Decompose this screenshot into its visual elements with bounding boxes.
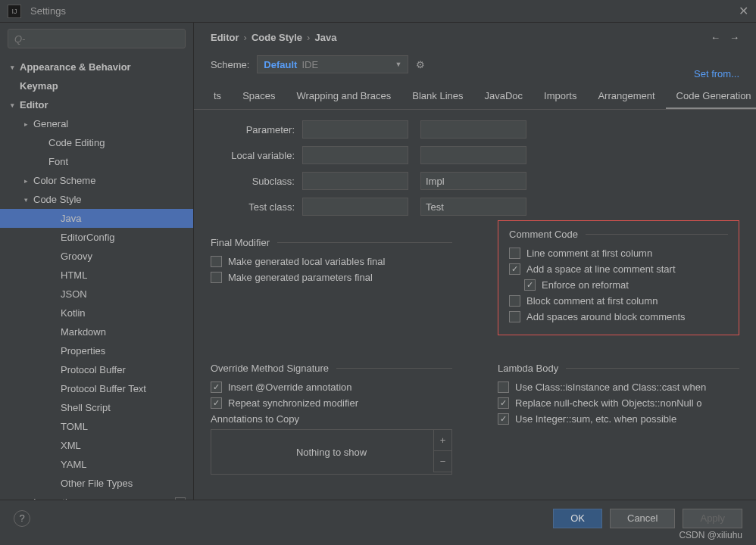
naming-row: Subclass: bbox=[211, 172, 739, 190]
sidebar-item-general[interactable]: ▸General bbox=[0, 114, 193, 133]
tab-blank-lines[interactable]: Blank Lines bbox=[401, 84, 473, 109]
naming-label: Subclass: bbox=[211, 176, 295, 187]
nav-forward-icon[interactable]: → bbox=[729, 32, 739, 43]
checkbox[interactable] bbox=[498, 413, 509, 425]
checkbox[interactable] bbox=[211, 397, 222, 409]
sidebar-item-properties[interactable]: Properties bbox=[0, 341, 193, 360]
sidebar-item-editor[interactable]: ▾Editor bbox=[0, 95, 193, 114]
sidebar-item-font[interactable]: Font bbox=[0, 152, 193, 171]
checkbox-label: Enforce on reformat bbox=[542, 279, 629, 291]
apply-button[interactable]: Apply bbox=[683, 509, 742, 528]
checkbox-label: Block comment at first column bbox=[526, 295, 658, 307]
sidebar-item-html[interactable]: HTML bbox=[0, 266, 193, 285]
sidebar-item-java[interactable]: Java bbox=[0, 209, 193, 228]
naming-row: Parameter: bbox=[211, 120, 739, 139]
search-box[interactable] bbox=[8, 29, 186, 48]
close-icon[interactable]: ✕ bbox=[739, 4, 748, 18]
sidebar-item-appearance-behavior[interactable]: ▾Appearance & Behavior bbox=[0, 58, 193, 76]
naming-label: Parameter: bbox=[211, 124, 295, 135]
naming-prefix-input[interactable] bbox=[302, 172, 408, 190]
checkbox-row: Use Class::isInstance and Class::cast wh… bbox=[498, 382, 739, 393]
tab-spaces[interactable]: Spaces bbox=[232, 84, 286, 109]
naming-suffix-input[interactable] bbox=[420, 198, 526, 216]
sidebar-item-shell-script[interactable]: Shell Script bbox=[0, 398, 193, 417]
remove-icon[interactable]: − bbox=[434, 451, 451, 472]
sidebar-item-xml[interactable]: XML bbox=[0, 436, 193, 455]
sidebar-item-protocol-buffer-text[interactable]: Protocol Buffer Text bbox=[0, 379, 193, 398]
sidebar-item-markdown[interactable]: Markdown bbox=[0, 322, 193, 341]
tree-arrow-icon: ▾ bbox=[11, 64, 20, 71]
tab-imports[interactable]: Imports bbox=[533, 84, 587, 109]
checkbox[interactable] bbox=[509, 248, 520, 259]
checkbox[interactable] bbox=[211, 382, 222, 393]
tab-ts[interactable]: ts bbox=[203, 84, 232, 109]
inline-settings-icon: ☰ bbox=[175, 497, 186, 500]
checkbox-row: Enforce on reformat bbox=[524, 279, 728, 291]
sidebar-item-code-style[interactable]: ▾Code Style bbox=[0, 190, 193, 209]
naming-suffix-input[interactable] bbox=[420, 172, 526, 190]
naming-prefix-input[interactable] bbox=[302, 198, 408, 216]
naming-prefix-input[interactable] bbox=[302, 120, 408, 139]
titlebar: IJ Settings ✕ bbox=[0, 0, 756, 23]
tab-code-generation[interactable]: Code Generation bbox=[666, 84, 756, 110]
checkbox[interactable] bbox=[524, 279, 536, 291]
checkbox[interactable] bbox=[211, 272, 222, 283]
breadcrumb-sep: › bbox=[244, 32, 247, 43]
checkbox[interactable] bbox=[211, 256, 222, 267]
checkbox-label: Insert @Override annotation bbox=[228, 382, 352, 393]
sidebar-item-editorconfig[interactable]: EditorConfig bbox=[0, 228, 193, 247]
naming-row: Test class: bbox=[211, 198, 739, 216]
checkbox-row: Insert @Override annotation bbox=[211, 382, 452, 393]
checkbox[interactable] bbox=[509, 263, 520, 275]
checkbox[interactable] bbox=[498, 382, 509, 393]
scheme-value: Default bbox=[264, 59, 297, 70]
ok-button[interactable]: OK bbox=[553, 509, 602, 528]
gear-icon[interactable]: ⚙ bbox=[416, 59, 425, 70]
sidebar-item-keymap[interactable]: Keymap bbox=[0, 76, 193, 95]
sidebar-item-color-scheme[interactable]: ▸Color Scheme bbox=[0, 171, 193, 190]
tab-javadoc[interactable]: JavaDoc bbox=[474, 84, 534, 109]
breadcrumb-item[interactable]: Java bbox=[314, 32, 336, 43]
naming-label: Local variable: bbox=[211, 150, 295, 161]
checkbox-label: Make generated local variables final bbox=[228, 256, 385, 267]
scheme-row: Scheme: Default IDE ▼ ⚙ bbox=[194, 49, 442, 79]
checkbox[interactable] bbox=[509, 295, 520, 307]
cancel-button[interactable]: Cancel bbox=[610, 509, 675, 528]
tab-arrangement[interactable]: Arrangement bbox=[587, 84, 665, 109]
add-icon[interactable]: + bbox=[434, 430, 451, 451]
content-pane: Editor › Code Style › Java ← → Scheme: D… bbox=[194, 23, 756, 500]
naming-prefix-input[interactable] bbox=[302, 146, 408, 164]
scheme-select[interactable]: Default IDE ▼ bbox=[257, 55, 408, 73]
sidebar-item-code-editing[interactable]: Code Editing bbox=[0, 133, 193, 152]
sidebar-item-toml[interactable]: TOML bbox=[0, 417, 193, 436]
breadcrumb-sep: › bbox=[307, 32, 310, 43]
annotations-label: Annotations to Copy bbox=[211, 413, 452, 425]
tree-arrow-icon: ▸ bbox=[24, 177, 33, 185]
tree-arrow-icon: ▸ bbox=[24, 120, 33, 128]
checkbox-row: Add spaces around block comments bbox=[509, 311, 728, 322]
breadcrumb-item[interactable]: Editor bbox=[211, 32, 239, 43]
help-icon[interactable]: ? bbox=[14, 510, 30, 527]
checkbox-label: Make generated parameters final bbox=[228, 272, 373, 283]
sidebar-item-groovy[interactable]: Groovy bbox=[0, 247, 193, 266]
set-from-link[interactable]: Set from... bbox=[694, 68, 756, 79]
sidebar-item-yaml[interactable]: YAML bbox=[0, 455, 193, 474]
sidebar-item-other-file-types[interactable]: Other File Types bbox=[0, 474, 193, 493]
nav-back-icon[interactable]: ← bbox=[711, 32, 720, 43]
sidebar-item-kotlin[interactable]: Kotlin bbox=[0, 304, 193, 322]
sidebar-item-json[interactable]: JSON bbox=[0, 285, 193, 304]
sidebar-item-protocol-buffer[interactable]: Protocol Buffer bbox=[0, 360, 193, 379]
checkbox[interactable] bbox=[509, 311, 520, 322]
checkbox-row: Make generated parameters final bbox=[211, 272, 452, 283]
window-title: Settings bbox=[30, 5, 66, 17]
checkbox-row: Block comment at first column bbox=[509, 295, 728, 307]
naming-suffix-input[interactable] bbox=[420, 120, 526, 139]
naming-suffix-input[interactable] bbox=[420, 146, 526, 164]
tab-wrapping-and-braces[interactable]: Wrapping and Braces bbox=[286, 84, 402, 109]
sidebar-item-inspections[interactable]: Inspections☰ bbox=[0, 493, 193, 500]
search-input[interactable] bbox=[14, 33, 179, 45]
breadcrumb-item[interactable]: Code Style bbox=[251, 32, 302, 43]
annotations-list[interactable]: Nothing to show + − bbox=[211, 429, 452, 475]
checkbox[interactable] bbox=[498, 397, 509, 409]
checkbox-label: Add a space at line comment start bbox=[526, 263, 676, 275]
